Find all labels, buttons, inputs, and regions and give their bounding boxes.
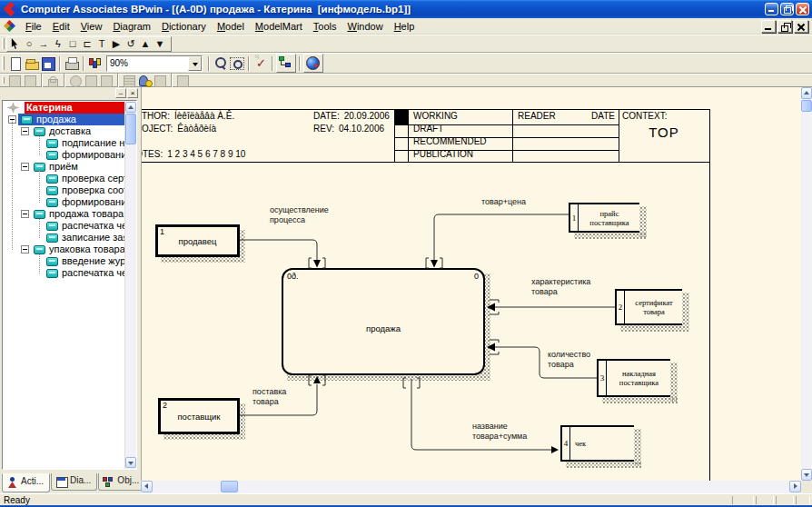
expander-minus-icon[interactable] — [21, 163, 29, 171]
report-icon[interactable] — [99, 75, 114, 87]
external-entity-поставщик[interactable]: 2поставщик — [158, 398, 240, 434]
close-button[interactable] — [796, 3, 809, 15]
model-explorer-toggle-icon[interactable] — [276, 54, 296, 73]
tree-item-введение-журнала[interactable]: введение журнала — [3, 255, 125, 267]
diagram-canvas[interactable]: AUTHOR:Íèêîëàåâà À.Ê.DATE:20.09.2006PROJ… — [141, 87, 801, 481]
options-gear-icon[interactable] — [175, 75, 191, 87]
tree-item-при-м[interactable]: приём — [3, 161, 125, 173]
external-entity-продавец[interactable]: 1продавец — [155, 224, 240, 257]
tree-item-продажа-товара[interactable]: продажа товара — [3, 208, 125, 220]
open-file-icon[interactable] — [24, 55, 40, 72]
color-palette-icon[interactable] — [87, 55, 104, 72]
flow-label-товар+цена[interactable]: товар+цена — [481, 197, 526, 207]
print-icon[interactable] — [64, 55, 80, 72]
activity-oval-tool-icon[interactable]: ○ — [22, 37, 36, 51]
refresh-icon[interactable] — [68, 75, 84, 87]
child-close-button[interactable] — [794, 20, 808, 33]
tree-item-проверка-соот-хара[interactable]: проверка соот. хара — [3, 184, 125, 196]
web-publish-globe-icon[interactable] — [303, 54, 323, 73]
document-icon[interactable] — [5, 21, 15, 32]
new-file-icon[interactable] — [7, 55, 24, 72]
scroll-down-icon[interactable] — [801, 469, 812, 481]
tree-item-распечатка-чека[interactable]: распечатка чека — [3, 220, 125, 232]
zoom-dropdown-arrow-icon[interactable] — [188, 56, 202, 71]
child-restore-button[interactable] — [777, 20, 792, 33]
scroll-up-icon[interactable] — [125, 102, 136, 113]
tree-item-доставка[interactable]: доставка — [3, 125, 125, 137]
save-icon[interactable] — [40, 55, 56, 72]
scroll-left-icon[interactable] — [141, 481, 153, 492]
expander-minus-icon[interactable] — [21, 245, 29, 254]
datastore-сертификат-товара[interactable]: 2сертификаттовара — [615, 289, 682, 325]
titlebar[interactable]: Computer Associates BPwin - [(A-0D) прод… — [0, 0, 812, 18]
previous-diagram-icon[interactable]: ▲ — [138, 37, 153, 51]
menu-model[interactable]: Model — [212, 19, 250, 34]
menu-diagram[interactable]: Diagram — [107, 19, 156, 34]
menu-help[interactable]: Help — [389, 19, 421, 34]
menu-view[interactable]: View — [75, 19, 108, 34]
checkin-icon[interactable] — [23, 75, 38, 87]
tab-acti[interactable]: Acti... — [2, 473, 50, 492]
flow-label-осуществление[interactable]: осуществлениепроцесса — [270, 205, 329, 225]
tree-item-записание-заявки[interactable]: записание заявки — [3, 232, 125, 244]
scroll-thumb[interactable] — [801, 100, 812, 112]
process-box-продажа[interactable]: 0ð.0продажа — [282, 268, 485, 375]
arrow-tool-icon[interactable]: → — [36, 37, 51, 51]
zoom-combobox[interactable]: 90% — [106, 55, 203, 72]
tree-item-продажа[interactable]: продажа — [3, 114, 125, 125]
menu-edit[interactable]: Edit — [47, 19, 75, 34]
tab-obj[interactable]: Obj... — [98, 473, 145, 491]
next-diagram-icon[interactable]: ▼ — [153, 37, 167, 51]
flow-label-название[interactable]: названиетовара+сумма — [472, 422, 527, 442]
menu-tools[interactable]: Tools — [308, 19, 342, 34]
datastore-чек[interactable]: 4чек — [560, 425, 634, 462]
scroll-thumb[interactable] — [221, 481, 238, 492]
goto-parent-diagram-icon[interactable]: ↺ — [124, 37, 138, 51]
scroll-up-icon[interactable] — [801, 87, 812, 99]
flow-label-количество[interactable]: количествотовара — [548, 350, 590, 370]
child-minimize-button[interactable] — [761, 20, 776, 33]
tree-scrollbar[interactable] — [124, 101, 136, 469]
tree-item-подписание-накладн[interactable]: подписание накладн — [3, 137, 125, 149]
flow-label-поставка[interactable]: поставкатовара — [253, 387, 286, 407]
external-reference-tool-icon[interactable]: □ — [65, 37, 80, 51]
flow-arrow-0[interactable] — [240, 240, 317, 260]
tab-dia[interactable]: Dia... — [51, 473, 97, 491]
squiggle-tool-icon[interactable]: ϟ — [51, 37, 65, 51]
tree-item-формирование-спис[interactable]: формирование спис — [3, 149, 125, 161]
scroll-down-icon[interactable] — [125, 457, 136, 468]
menu-file[interactable]: File — [20, 19, 47, 34]
modelmart-user-icon[interactable] — [137, 75, 153, 87]
panel-menu-button[interactable]: – — [115, 88, 126, 98]
diagram-horizontal-scrollbar[interactable] — [141, 481, 801, 493]
tree-item-распечатка-чека2[interactable]: распечатка чека2 — [3, 267, 125, 279]
grid-icon[interactable] — [122, 75, 137, 87]
expander-minus-icon[interactable] — [21, 210, 29, 218]
menu-modelmart[interactable]: ModelMart — [250, 19, 308, 34]
datastore-накладная-поставщика[interactable]: 3накладнаяпоставщика — [597, 359, 670, 397]
menu-dictionary[interactable]: Dictionary — [156, 19, 212, 34]
scroll-right-icon[interactable] — [789, 481, 801, 492]
goto-child-diagram-icon[interactable]: ▶ — [109, 37, 124, 51]
tree-item-упаковка-товара[interactable]: упаковка товара — [3, 244, 125, 255]
lock-icon[interactable] — [45, 75, 61, 87]
compare-icon[interactable] — [84, 75, 99, 87]
expander-minus-icon[interactable] — [21, 127, 29, 135]
restore-button[interactable] — [780, 3, 794, 15]
menu-window[interactable]: Window — [342, 19, 389, 34]
scroll-thumb[interactable] — [125, 114, 136, 144]
toolbar-grip[interactable] — [2, 38, 5, 49]
panel-close-button[interactable]: × — [127, 88, 138, 98]
folder-icon[interactable] — [153, 75, 168, 87]
pointer-tool-icon[interactable] — [7, 37, 22, 51]
toolbar-grip[interactable] — [2, 77, 5, 84]
minimize-button[interactable] — [765, 3, 778, 15]
datastore-прайс поставщика[interactable]: 1прайс поставщика — [569, 203, 639, 233]
data-store-tool-icon[interactable]: ⊏ — [80, 37, 94, 51]
diagram-vertical-scrollbar[interactable] — [801, 87, 812, 481]
tree-item-формирования-прай[interactable]: формирования прай — [3, 196, 125, 208]
spell-check-icon[interactable] — [253, 55, 269, 72]
flow-label-характеристика[interactable]: характеристикатовара — [531, 277, 590, 297]
checkout-icon[interactable] — [7, 75, 23, 87]
zoom-area-icon[interactable] — [229, 55, 245, 72]
